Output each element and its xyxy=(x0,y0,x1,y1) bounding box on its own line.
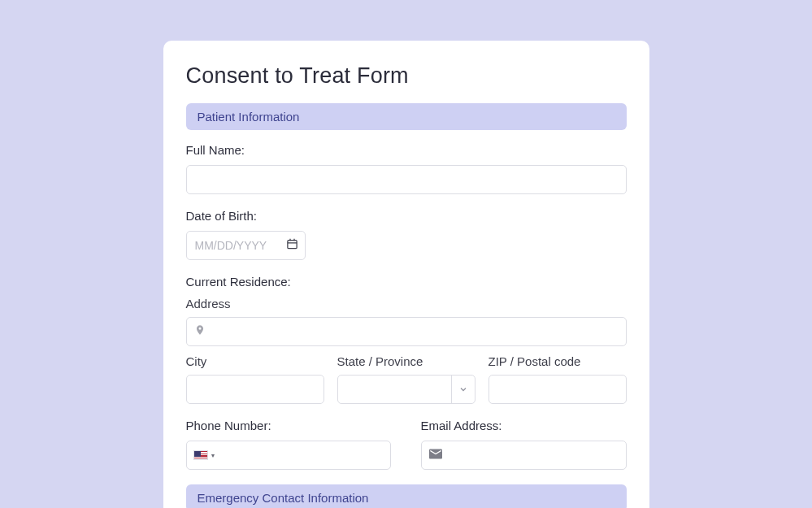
input-phone[interactable] xyxy=(186,441,391,470)
label-full-name: Full Name: xyxy=(186,143,627,157)
input-full-name[interactable] xyxy=(186,165,627,194)
row-city-state-zip: City State / Province ZIP / Postal code xyxy=(186,354,627,404)
input-dob[interactable] xyxy=(186,231,306,260)
label-phone: Phone Number: xyxy=(186,419,392,432)
label-zip: ZIP / Postal code xyxy=(489,354,627,368)
field-dob: Date of Birth: xyxy=(186,209,627,260)
label-residence: Current Residence: xyxy=(186,275,627,289)
label-dob: Date of Birth: xyxy=(186,209,627,223)
label-address: Address xyxy=(186,297,627,310)
section-patient-info: Patient Information xyxy=(186,103,627,130)
page-title: Consent to Treat Form xyxy=(186,63,627,89)
field-full-name: Full Name: xyxy=(186,143,627,194)
input-address[interactable] xyxy=(186,317,627,346)
section-emergency-info: Emergency Contact Information xyxy=(186,484,627,508)
us-flag-icon xyxy=(193,450,208,460)
input-zip[interactable] xyxy=(489,375,627,404)
flag-selector[interactable]: ▼ xyxy=(193,450,216,460)
label-email: Email Address: xyxy=(421,419,627,432)
label-state: State / Province xyxy=(337,354,475,368)
label-city: City xyxy=(186,354,324,368)
form-card: Consent to Treat Form Patient Informatio… xyxy=(163,41,649,508)
chevron-down-icon: ▼ xyxy=(211,453,216,458)
row-phone-email: Phone Number: ▼ Email Address: xyxy=(186,419,627,470)
field-residence: Current Residence: Address xyxy=(186,275,627,346)
select-state[interactable] xyxy=(337,375,475,404)
input-email[interactable] xyxy=(421,441,627,470)
input-city[interactable] xyxy=(186,375,324,404)
